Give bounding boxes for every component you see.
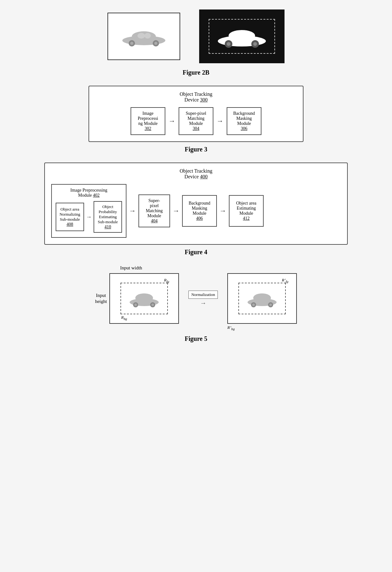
fig3-caption: Figure 3 [185, 146, 207, 153]
figure-3-section: Object Tracking Device 300 ImagePreproce… [19, 86, 373, 153]
fig5-input-width-label: Input width [120, 265, 142, 271]
svg-point-13 [253, 42, 257, 46]
fig4-caption: Figure 4 [185, 249, 207, 256]
fig4-device-box: Object Tracking Device 400 Image Preproc… [44, 163, 348, 245]
fig5-car-right-icon [245, 289, 279, 308]
svg-point-11 [227, 42, 230, 46]
fig5-right-inner-box: R’fg [238, 283, 286, 314]
fig4-img-preprocessing-box: Image Preprocessing Module 402 Object ar… [51, 184, 126, 238]
fig5-left-inner-box: Rfg Rbg [120, 283, 168, 314]
fig4-module-404: Super-pixelMatchingModule 404 [138, 194, 170, 227]
svg-point-21 [253, 293, 271, 302]
fig5-left-container: Input height Rfg [95, 273, 179, 324]
fig2b-mask-image [199, 9, 285, 63]
svg-point-9 [229, 30, 255, 41]
fig3-module-302: ImagePreprocessing Module 302 [131, 107, 165, 135]
fig4-sub-arrow: → [86, 214, 92, 220]
svg-point-2 [138, 33, 145, 39]
fig4-arrow-2: → [173, 207, 180, 215]
fig5-right-container: R’fg R’bg [227, 273, 297, 324]
fig4-arrow-1: → [129, 207, 136, 215]
car-white-icon [213, 24, 270, 49]
fig5-normalization-arrow: Normalization → [188, 291, 218, 307]
fig4-submodules-row: Object areaNormalizingSub-module 408 → O… [56, 201, 122, 233]
fig3-arrow-2: → [217, 117, 224, 125]
fig3-modules-row: ImagePreprocessing Module 302 → Super-pi… [97, 107, 295, 135]
fig4-device-title: Object Tracking Device 400 [180, 168, 212, 180]
fig3-module-306: BackgroundMaskingModule 306 [227, 107, 261, 135]
fig5-content: Input width Input height Rfg [85, 265, 307, 324]
fig3-module-304: Super-pixelMatchingModule 304 [179, 107, 213, 135]
svg-point-23 [252, 304, 255, 306]
svg-point-15 [135, 293, 153, 302]
fig3-device-title: Object Tracking Device 300 [97, 91, 295, 103]
fig5-car-left-icon [127, 289, 162, 308]
fig5-rbg-prime-label: R’bg [227, 325, 235, 331]
fig5-rbg-label: Rbg [121, 315, 127, 321]
svg-point-7 [154, 42, 157, 45]
fig4-submodule-410: ObjectProbabilityEstimatingSub-module 41… [94, 201, 122, 233]
fig5-row: Input height Rfg [95, 273, 297, 324]
svg-point-5 [130, 42, 133, 45]
fig2b-images [107, 9, 285, 63]
fig3-device-box: Object Tracking Device 300 ImagePreproce… [89, 86, 303, 142]
fig4-submodule-408: Object areaNormalizingSub-module 408 [56, 203, 84, 231]
fig4-modules-row: Image Preprocessing Module 402 Object ar… [51, 184, 341, 238]
fig2b-original-image [107, 13, 180, 60]
fig4-module-406: BackgroundMaskingModule 406 [182, 195, 217, 227]
fig2b-caption: Figure 2B [183, 69, 210, 76]
car-gray-icon [119, 25, 169, 47]
figure-4-section: Object Tracking Device 400 Image Preproc… [19, 163, 373, 256]
figure-5-section: Input width Input height Rfg [19, 265, 373, 342]
figure-2b-section: Figure 2B [19, 9, 373, 76]
fig5-caption: Figure 5 [185, 335, 207, 342]
fig5-input-height-label: Input height [95, 293, 107, 304]
fig3-arrow-1: → [168, 117, 175, 125]
fig5-rfg-prime-label: R’fg [282, 278, 289, 283]
fig5-left-outer-box: Rfg Rbg [109, 273, 179, 324]
svg-point-19 [151, 304, 154, 306]
fig4-module-412: Object areaEstimatingModule 412 [229, 195, 264, 227]
svg-point-3 [144, 33, 151, 39]
fig5-right-outer-box: R’fg [227, 273, 297, 324]
fig2b-mask-dashed-box [209, 19, 275, 54]
svg-point-25 [269, 304, 272, 306]
fig5-norm-arrow-symbol: → [200, 299, 206, 307]
fig4-arrow-3: → [219, 207, 226, 215]
fig5-rfg-label: Rfg [164, 278, 169, 283]
fig5-norm-box: Normalization [188, 291, 218, 299]
svg-point-17 [134, 304, 137, 306]
